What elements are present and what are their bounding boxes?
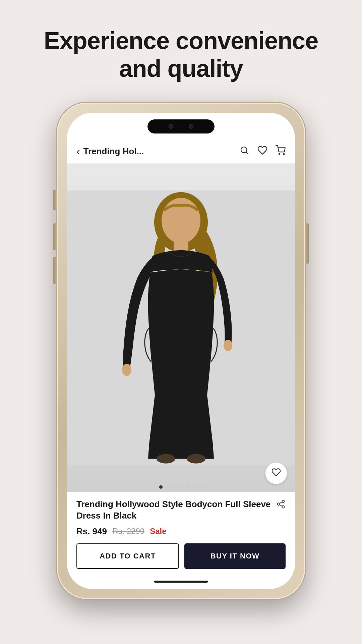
power-button	[305, 223, 309, 264]
sale-badge: Sale	[150, 527, 166, 536]
page-headline: Experience convenience and quality	[24, 27, 338, 83]
svg-point-11	[187, 454, 205, 463]
home-indicator	[67, 574, 295, 589]
buy-now-button[interactable]: BUY IT NOW	[184, 543, 286, 569]
product-title-row: Trending Hollywood Style Bodycon Full Sl…	[76, 499, 286, 522]
price-current: Rs. 949	[76, 526, 107, 537]
face-id-dot	[179, 125, 183, 128]
dot-3	[173, 485, 176, 489]
product-image	[67, 164, 295, 492]
volume-up-button	[53, 223, 57, 250]
svg-point-2	[279, 154, 280, 155]
svg-point-3	[284, 154, 285, 155]
image-dots	[159, 485, 203, 489]
mute-button	[53, 190, 57, 210]
wishlist-icon[interactable]	[257, 145, 267, 158]
svg-point-0	[241, 147, 247, 153]
dot-4	[179, 485, 183, 489]
nav-icons	[239, 145, 286, 158]
svg-line-15	[280, 505, 282, 506]
product-image-bg	[67, 164, 295, 492]
dynamic-island	[147, 119, 215, 133]
product-title: Trending Hollywood Style Bodycon Full Sl…	[76, 499, 271, 522]
svg-point-9	[224, 339, 232, 351]
camera-dot	[169, 124, 173, 129]
svg-line-1	[246, 152, 248, 154]
phone-screen: ‹ Trending Hol...	[67, 113, 295, 589]
wishlist-overlay-button[interactable]	[265, 463, 287, 484]
dot-6	[193, 485, 196, 489]
dot-5	[186, 485, 189, 489]
product-info: Trending Hollywood Style Bodycon Full Sl…	[67, 492, 295, 574]
phone-shell: ‹ Trending Hol...	[57, 103, 305, 599]
price-row: Rs. 949 Rs. 2299 Sale	[76, 526, 286, 537]
home-bar	[154, 581, 208, 583]
cart-icon[interactable]	[276, 145, 286, 158]
back-button[interactable]: ‹	[76, 145, 80, 158]
svg-point-10	[157, 454, 175, 463]
action-buttons: ADD TO CART BUY IT NOW	[76, 543, 286, 569]
phone-mockup: ‹ Trending Hol...	[57, 103, 305, 599]
volume-down-button	[53, 257, 57, 284]
heart-icon	[272, 468, 281, 479]
nav-bar: ‹ Trending Hol...	[67, 140, 295, 164]
nav-title: Trending Hol...	[83, 146, 239, 157]
share-icon[interactable]	[276, 499, 286, 511]
add-to-cart-button[interactable]: ADD TO CART	[76, 543, 179, 569]
dot-1	[159, 485, 163, 489]
camera-dot-2	[189, 124, 193, 129]
dot-2	[166, 485, 169, 489]
dot-7	[199, 485, 203, 489]
search-icon[interactable]	[239, 145, 249, 158]
price-original: Rs. 2299	[112, 527, 144, 536]
svg-line-16	[280, 502, 282, 504]
svg-point-8	[122, 364, 131, 376]
